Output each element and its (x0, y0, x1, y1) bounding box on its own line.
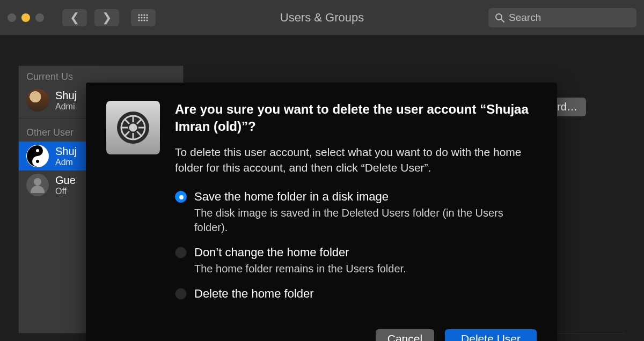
delete-user-button[interactable]: Delete User (445, 329, 537, 341)
user-role: Adm (55, 158, 77, 167)
window-toolbar: ❮ ❯ Users & Groups (0, 0, 644, 35)
option-save-disk-image[interactable]: Save the home folder in a disk image The… (175, 190, 537, 235)
option-label: Don’t change the home folder (194, 246, 349, 260)
svg-point-10 (143, 19, 145, 21)
radio-button[interactable] (175, 288, 187, 300)
radio-button[interactable] (175, 247, 187, 258)
chevron-left-icon: ❮ (70, 12, 79, 24)
dialog-options: Save the home folder in a disk image The… (175, 190, 537, 301)
svg-line-13 (501, 19, 504, 22)
search-input[interactable] (509, 12, 630, 24)
window-minimize-button[interactable] (21, 13, 30, 22)
svg-point-2 (143, 14, 145, 16)
svg-point-0 (138, 14, 140, 16)
avatar (26, 145, 49, 167)
show-all-button[interactable] (131, 9, 156, 26)
delete-user-dialog: Are you sure you want to delete the user… (86, 83, 557, 341)
svg-point-15 (36, 149, 39, 152)
chevron-right-icon: ❯ (102, 12, 112, 24)
option-label: Delete the home folder (194, 287, 314, 301)
svg-point-5 (141, 17, 142, 18)
dialog-title: Are you sure you want to delete the user… (175, 101, 537, 136)
svg-point-9 (141, 19, 142, 21)
svg-point-1 (141, 14, 142, 16)
cancel-button[interactable]: Cancel (376, 329, 434, 341)
forward-button[interactable]: ❯ (94, 9, 119, 26)
avatar (26, 174, 49, 196)
option-description: The home folder remains in the Users fol… (194, 262, 537, 276)
option-dont-change[interactable]: Don’t change the home folder The home fo… (175, 246, 537, 276)
svg-point-7 (146, 17, 148, 18)
svg-point-3 (146, 14, 148, 16)
svg-point-19 (130, 124, 136, 131)
user-name: Shuj (55, 89, 77, 102)
user-name: Gue (55, 174, 76, 187)
grid-icon (138, 14, 149, 21)
user-status: Off (55, 187, 76, 196)
system-preferences-icon (106, 101, 160, 154)
option-delete-folder[interactable]: Delete the home folder (175, 287, 537, 301)
svg-point-11 (146, 19, 148, 21)
window-title: Users & Groups (280, 11, 364, 25)
gear-icon (113, 108, 153, 147)
back-button[interactable]: ❮ (62, 9, 87, 26)
svg-point-6 (143, 17, 145, 18)
window-traffic-lights (8, 13, 44, 22)
window-zoom-button[interactable] (35, 13, 44, 22)
option-description: The disk image is saved in the Deleted U… (194, 206, 537, 235)
dialog-description: To delete this user account, select what… (175, 144, 537, 176)
search-field[interactable] (488, 8, 636, 27)
avatar (26, 89, 49, 112)
yinyang-icon (26, 145, 49, 167)
svg-point-4 (138, 17, 140, 18)
window-close-button[interactable] (8, 13, 16, 22)
svg-point-8 (138, 19, 140, 21)
radio-button[interactable] (175, 191, 187, 203)
svg-point-16 (36, 160, 39, 163)
user-name: Shuj (55, 145, 77, 158)
option-label: Save the home folder in a disk image (194, 190, 389, 204)
user-role: Admi (55, 102, 77, 112)
search-icon (495, 13, 504, 23)
